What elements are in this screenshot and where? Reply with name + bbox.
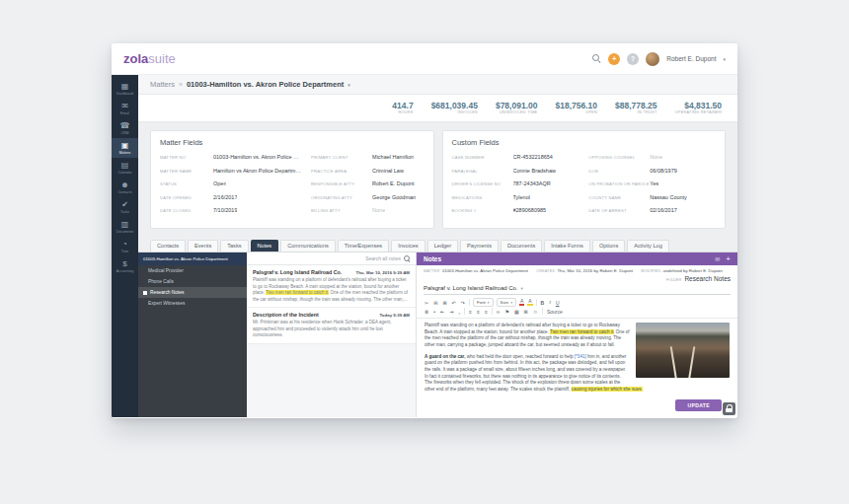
- tab-options[interactable]: Options: [592, 240, 625, 252]
- financial-summary: 414.7 HOURS $681,039.45 INVOICES $78,091…: [138, 95, 737, 122]
- sidebar-nav: ▦ Dashboard ✉ Email ☎ CRM ▣ Matters ▤ Ca…: [112, 75, 138, 417]
- italic-icon[interactable]: I: [548, 300, 552, 306]
- tree-folder-medical-provider[interactable]: Medical Provider: [138, 265, 247, 276]
- font-dropdown[interactable]: Font▾: [473, 298, 494, 307]
- breadcrumb-matter: 01003-Hamilton vs. Akron Police Departme…: [187, 80, 344, 89]
- note-title-input[interactable]: Palsgraf v. Long Island Railroad Co. ▾: [424, 283, 731, 295]
- cut-icon[interactable]: ✂: [424, 300, 429, 306]
- search-icon[interactable]: [592, 54, 601, 63]
- sidebar-item-time[interactable]: ◔ Time: [112, 237, 138, 256]
- outdent-icon[interactable]: ⇤: [439, 309, 445, 315]
- note-list-item[interactable]: Description of the Incident Today 9:39 A…: [247, 308, 416, 344]
- tab-contacts[interactable]: Contacts: [150, 240, 186, 252]
- tree-folder-research-notes[interactable]: Research Notes: [138, 287, 247, 298]
- redo-icon[interactable]: ↷: [460, 300, 466, 306]
- bold-icon[interactable]: B: [540, 300, 546, 306]
- promo-button[interactable]: +: [608, 53, 620, 65]
- tree-matter-header: 01003-Hamilton vs. Akron Police Departme…: [138, 252, 247, 265]
- folder-select[interactable]: Research Notes: [684, 275, 731, 282]
- note-viewer-header: Notes ✉ +: [417, 252, 737, 265]
- source-button[interactable]: Source: [546, 309, 564, 315]
- tab-tasks[interactable]: Tasks: [220, 240, 248, 252]
- top-header: zolasuite + ? Robert E. Dupont ▾: [112, 43, 737, 75]
- size-dropdown[interactable]: Size▾: [497, 298, 516, 307]
- photo-rail-left: [670, 346, 677, 378]
- sidebar-item-calendar[interactable]: ▤ Calendar: [112, 158, 138, 178]
- tab-payments[interactable]: Payments: [460, 240, 499, 252]
- breadcrumb: Matters » 01003-Hamilton vs. Akron Polic…: [138, 75, 737, 95]
- align-right-icon[interactable]: ≡: [484, 309, 489, 315]
- notes-search-input[interactable]: [338, 255, 401, 261]
- note-date: Thu, Mar 10, 2016 9:39 AM: [356, 270, 411, 275]
- bullet-list-icon[interactable]: •: [432, 309, 436, 315]
- tab-documents[interactable]: Documents: [501, 240, 542, 252]
- tab-activity-log[interactable]: Activity Log: [627, 240, 669, 252]
- smiley-icon[interactable]: ☺: [532, 309, 539, 315]
- user-menu-caret-icon[interactable]: ▾: [723, 56, 726, 62]
- tree-folder-expert-witnesses[interactable]: Expert Witnesses: [138, 298, 247, 309]
- update-button[interactable]: UPDATE: [675, 399, 722, 411]
- sidebar-item-email[interactable]: ✉ Email: [112, 99, 138, 118]
- mail-icon[interactable]: ✉: [715, 256, 720, 262]
- underline-icon[interactable]: U: [555, 300, 561, 306]
- highlight-text: Two men ran forward to catch it.: [550, 329, 614, 334]
- notes-search-icon[interactable]: [404, 255, 410, 261]
- tab-time-expenses[interactable]: Time/Expenses: [338, 240, 389, 252]
- field-row: CASE NUMBERCR-4532218654: [452, 154, 579, 160]
- align-center-icon[interactable]: ≡: [476, 309, 481, 315]
- tab-notes[interactable]: Notes: [251, 240, 279, 252]
- indent-icon[interactable]: ⇥: [448, 309, 454, 315]
- highlight-color-icon[interactable]: A: [527, 299, 532, 306]
- matter-switch-caret-icon[interactable]: ▾: [347, 82, 350, 88]
- field-row: BILLING ATTYNone: [311, 207, 424, 213]
- stat-invoices: $681,039.45 INVOICES: [431, 102, 478, 115]
- undo-icon[interactable]: ↶: [451, 300, 457, 306]
- time-icon: ◔: [122, 241, 127, 249]
- sidebar-item-dashboard[interactable]: ▦ Dashboard: [112, 79, 138, 99]
- add-note-icon[interactable]: +: [726, 255, 731, 263]
- sidebar-item-accounting[interactable]: $ Accounting: [112, 256, 138, 276]
- sidebar-item-crm[interactable]: ☎ CRM: [112, 118, 138, 138]
- field-row: RESPONSIBLE ATTYRobert E. Dupont: [311, 180, 424, 186]
- highlight-text: causing injuries for which she sues.: [572, 387, 643, 392]
- sidebar-item-contacts[interactable]: ☻ Contacts: [112, 178, 138, 197]
- note-title: Description of the Incident: [253, 312, 319, 318]
- tab-intake-forms[interactable]: Intake Forms: [544, 240, 590, 252]
- sidebar-item-tasks[interactable]: ✔ Tasks: [112, 197, 138, 217]
- user-name[interactable]: Robert E. Dupont: [666, 55, 716, 62]
- numbered-list-icon[interactable]: ≣: [424, 309, 429, 315]
- stat-uninvoiced-time: $78,091.00 UNINVOICED TIME: [496, 102, 538, 115]
- avatar[interactable]: [646, 52, 659, 66]
- tab-invoices[interactable]: Invoices: [391, 240, 425, 252]
- image-icon[interactable]: ▦: [513, 309, 520, 315]
- help-button[interactable]: ?: [627, 53, 639, 65]
- tree-folder-phone-calls[interactable]: Phone Calls: [138, 276, 247, 287]
- editor-toolbar: ✂ ⊟ ⊞ ↶ ↷ Font▾ Size▾ A A B I: [417, 295, 737, 319]
- toolbar-divider: [464, 308, 465, 315]
- field-row: DOB06/08/1979: [588, 168, 716, 174]
- blockquote-icon[interactable]: „: [457, 309, 461, 315]
- align-left-icon[interactable]: ≡: [468, 309, 473, 315]
- toolbar-divider: [492, 308, 493, 315]
- sidebar-item-documents[interactable]: ▥ Documents: [112, 217, 138, 237]
- link-icon[interactable]: ∞: [496, 309, 502, 315]
- lock-icon[interactable]: [723, 402, 735, 415]
- railroad-photo[interactable]: [636, 323, 730, 378]
- viewer-panel-title: Notes: [424, 255, 441, 262]
- copy-icon[interactable]: ⊟: [432, 300, 438, 306]
- citation-link[interactable]: [*341]: [575, 354, 586, 359]
- note-list-item[interactable]: Palsgraf v. Long Island Railroad Co. Thu…: [247, 265, 416, 308]
- tab-communications[interactable]: Communications: [280, 240, 336, 252]
- breadcrumb-section[interactable]: Matters: [150, 80, 175, 89]
- toolbar-divider: [536, 299, 537, 306]
- text-color-icon[interactable]: A: [519, 299, 524, 306]
- tab-ledger[interactable]: Ledger: [427, 240, 458, 252]
- sidebar-item-matters[interactable]: ▣ Matters: [112, 138, 138, 158]
- field-row: STATUSOpen: [160, 180, 301, 186]
- meta-modified: undefined by Robert E. Dupont: [662, 268, 722, 273]
- paste-icon[interactable]: ⊞: [441, 300, 447, 306]
- table-icon[interactable]: ⊞: [523, 309, 529, 315]
- tab-events[interactable]: Events: [188, 240, 218, 252]
- notes-search-bar: [247, 252, 416, 265]
- anchor-icon[interactable]: ⚑: [503, 309, 509, 315]
